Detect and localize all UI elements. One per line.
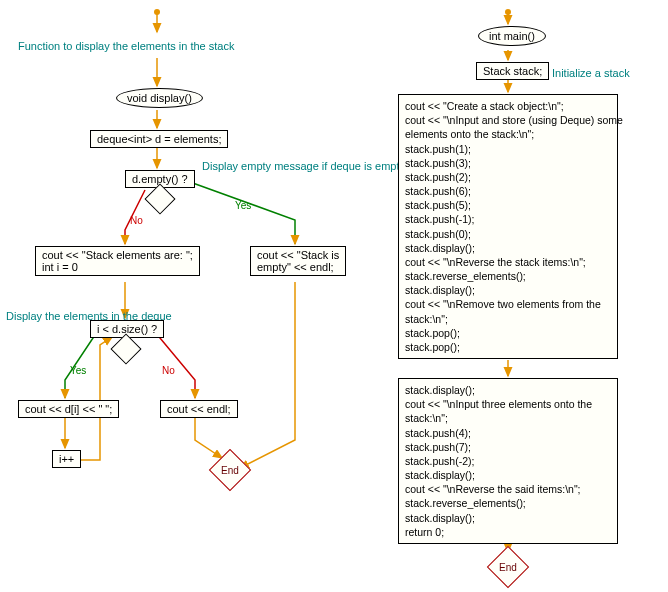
cond2-yes-label: Yes xyxy=(70,365,86,376)
end-label-right: End xyxy=(499,562,517,573)
branch-yes-box: cout << "Stack is empty" << endl; xyxy=(250,246,346,276)
cond1-yes-label: Yes xyxy=(235,200,251,211)
cond2-diamond xyxy=(110,333,141,364)
init-stack-box: Stack stack; xyxy=(476,62,549,80)
annot-init-stack: Initialize a stack xyxy=(552,67,630,79)
main-block1: cout << "Create a stack object:\n"; cout… xyxy=(398,94,618,359)
loop-no-box: cout << endl; xyxy=(160,400,238,418)
inc-box: i++ xyxy=(52,450,81,468)
annot-function-title: Function to display the elements in the … xyxy=(18,40,234,52)
annot-empty-msg: Display empty message if deque is empty xyxy=(202,160,405,172)
start-oval-display: void display() xyxy=(116,88,203,108)
cond1-diamond xyxy=(144,183,175,214)
branch-no-box: cout << "Stack elements are: "; int i = … xyxy=(35,246,200,276)
svg-point-7 xyxy=(505,9,511,15)
cond2-no-label: No xyxy=(162,365,175,376)
start-oval-main: int main() xyxy=(478,26,546,46)
loop-body-box: cout << d[i] << " "; xyxy=(18,400,119,418)
main-block2: stack.display(); cout << "\nInput three … xyxy=(398,378,618,544)
end-label-left: End xyxy=(221,465,239,476)
decl-box: deque<int> d = elements; xyxy=(90,130,228,148)
cond1-no-label: No xyxy=(130,215,143,226)
svg-point-1 xyxy=(154,9,160,15)
